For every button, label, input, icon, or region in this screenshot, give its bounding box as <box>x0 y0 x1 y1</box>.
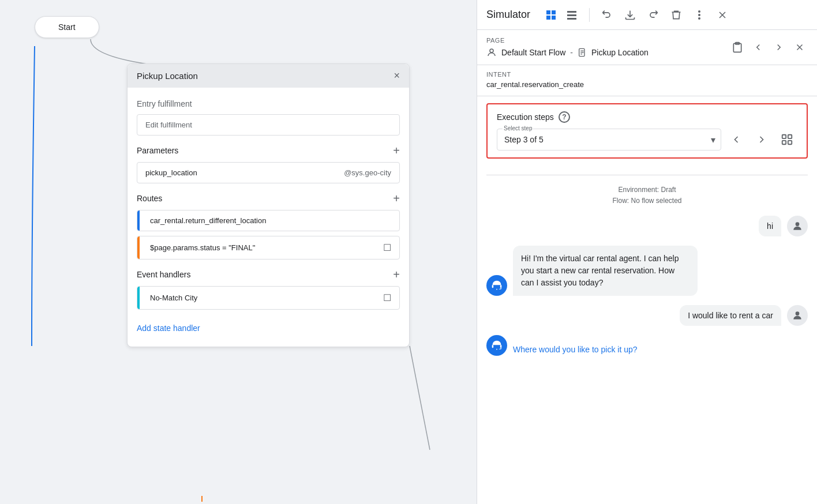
parameters-label: Parameters <box>137 146 178 155</box>
user-bubble-2: I would like to rent a car <box>680 305 781 326</box>
toolbar-view-group <box>542 6 581 24</box>
intent-section: Intent car_rental.reservation_create <box>477 65 817 96</box>
toolbar-separator-1 <box>589 8 590 22</box>
svg-rect-23 <box>788 141 792 144</box>
redo-button[interactable] <box>644 6 662 24</box>
flow-canvas: Start Pickup Location × Entry fulfillmen… <box>0 0 477 504</box>
headset-icon <box>491 280 503 291</box>
svg-point-7 <box>698 10 700 13</box>
intent-label: Intent <box>486 71 808 78</box>
entry-fulfillment-label: Entry fulfillment <box>137 99 400 108</box>
user-avatar-2 <box>787 305 808 326</box>
route-border-orange <box>137 236 140 259</box>
step-next-button[interactable] <box>751 129 772 150</box>
start-node[interactable]: Start <box>35 16 99 38</box>
flow-icon <box>486 47 497 58</box>
close-simulator-button[interactable] <box>713 6 732 24</box>
clipboard-button[interactable] <box>729 39 745 55</box>
param-name: pickup_location <box>145 168 344 177</box>
step-select-wrapper: Select step Step 1 of 5 Step 2 of 5 Step… <box>497 129 721 151</box>
event-handlers-section-header: Event handlers + <box>137 269 400 280</box>
intent-value: car_rental.reservation_create <box>486 80 808 89</box>
event-doc-icon: ☐ <box>383 292 391 303</box>
page-card-header: Pickup Location × <box>128 64 409 88</box>
event-item-1[interactable]: No-Match City ☐ <box>137 286 400 310</box>
param-type: @sys.geo-city <box>344 168 391 177</box>
start-node-label: Start <box>58 22 76 32</box>
parameter-row[interactable]: pickup_location @sys.geo-city <box>137 162 400 183</box>
add-parameter-button[interactable]: + <box>393 145 400 156</box>
parameters-section-header: Parameters + <box>137 145 400 156</box>
page-icon <box>578 48 587 57</box>
breadcrumb-flow: Default Start Flow <box>501 48 565 57</box>
chat-area: Environment: Draft Flow: No flow selecte… <box>477 166 817 504</box>
more-button[interactable] <box>690 6 709 24</box>
step-select-dropdown[interactable]: Step 1 of 5 Step 2 of 5 Step 3 of 5 Step… <box>497 129 721 151</box>
download-button[interactable] <box>621 6 639 24</box>
right-panel: Simulator <box>477 0 817 504</box>
event-handlers-label: Event handlers <box>137 270 190 279</box>
grid-view-button[interactable] <box>542 6 560 24</box>
svg-rect-20 <box>782 135 786 138</box>
delete-button[interactable] <box>667 6 685 24</box>
env-line1: Environment: Draft <box>486 185 808 195</box>
bot-bubble-1: Hi! I'm the virtual car rental agent. I … <box>513 246 698 296</box>
route-doc-icon: ☐ <box>383 242 391 253</box>
svg-point-27 <box>496 289 497 290</box>
svg-rect-5 <box>567 14 576 16</box>
breadcrumb-row: Default Start Flow - Pickup Location <box>486 47 649 58</box>
svg-rect-30 <box>500 345 502 348</box>
route-item-1[interactable]: car_rental.return_different_location <box>137 210 400 231</box>
select-step-label: Select step <box>503 125 533 131</box>
svg-rect-26 <box>500 285 502 288</box>
svg-rect-3 <box>552 16 556 20</box>
edit-fulfillment-btn[interactable]: Edit fulfillment <box>137 114 400 136</box>
step-prev-button[interactable] <box>726 129 747 150</box>
exec-steps-header: Execution steps ? <box>497 111 797 123</box>
simulator-title: Simulator <box>486 9 530 21</box>
add-event-handler-button[interactable]: + <box>393 269 400 280</box>
page-section-label: Page <box>486 37 649 44</box>
page-card-title: Pickup Location <box>137 71 198 81</box>
breadcrumb-separator: - <box>570 48 573 57</box>
exec-steps-controls: Select step Step 1 of 5 Step 2 of 5 Step… <box>497 129 797 151</box>
person-icon-2 <box>792 310 803 321</box>
chat-message-user-2: I would like to rent a car <box>486 305 808 326</box>
info-icon: ? <box>559 111 570 123</box>
env-line2: Flow: No flow selected <box>486 195 808 206</box>
breadcrumb-page: Pickup Location <box>591 48 649 57</box>
next-page-button[interactable] <box>771 39 787 55</box>
svg-rect-4 <box>567 11 576 13</box>
chat-message-user-1: hi <box>486 216 808 236</box>
svg-point-28 <box>796 312 800 316</box>
add-route-button[interactable]: + <box>393 193 400 204</box>
person-icon <box>792 220 803 232</box>
user-avatar-1 <box>787 216 808 236</box>
bot-bubble-2[interactable]: Where would you like to pick it up? <box>513 344 638 356</box>
chat-message-bot-2: Where would you like to pick it up? <box>486 335 808 356</box>
close-page-button[interactable] <box>792 39 808 55</box>
svg-point-31 <box>496 349 497 350</box>
svg-rect-0 <box>546 10 550 14</box>
svg-rect-6 <box>567 18 576 20</box>
page-card: Pickup Location × Entry fulfillment Edit… <box>127 63 410 347</box>
svg-point-8 <box>698 14 700 16</box>
prev-page-button[interactable] <box>750 39 766 55</box>
svg-rect-25 <box>492 285 494 288</box>
svg-rect-29 <box>492 345 494 348</box>
chat-message-bot-1: Hi! I'm the virtual car rental agent. I … <box>486 246 808 296</box>
list-view-button[interactable] <box>563 6 581 24</box>
execution-steps-panel: Execution steps ? Select step Step 1 of … <box>486 103 808 159</box>
undo-button[interactable] <box>598 6 616 24</box>
svg-rect-21 <box>788 135 792 138</box>
svg-point-24 <box>796 223 800 227</box>
svg-rect-2 <box>546 16 550 20</box>
close-icon[interactable]: × <box>393 70 400 82</box>
step-focus-button[interactable] <box>777 129 797 150</box>
routes-list: car_rental.return_different_location $pa… <box>137 210 400 259</box>
route-item-2[interactable]: $page.params.status = "FINAL" ☐ <box>137 236 400 259</box>
add-state-handler-button[interactable]: Add state handler <box>137 319 400 337</box>
user-bubble-1: hi <box>759 216 781 236</box>
chat-env-info: Environment: Draft Flow: No flow selecte… <box>486 185 808 206</box>
page-header-section: Page Default Start Flow - <box>477 30 817 65</box>
